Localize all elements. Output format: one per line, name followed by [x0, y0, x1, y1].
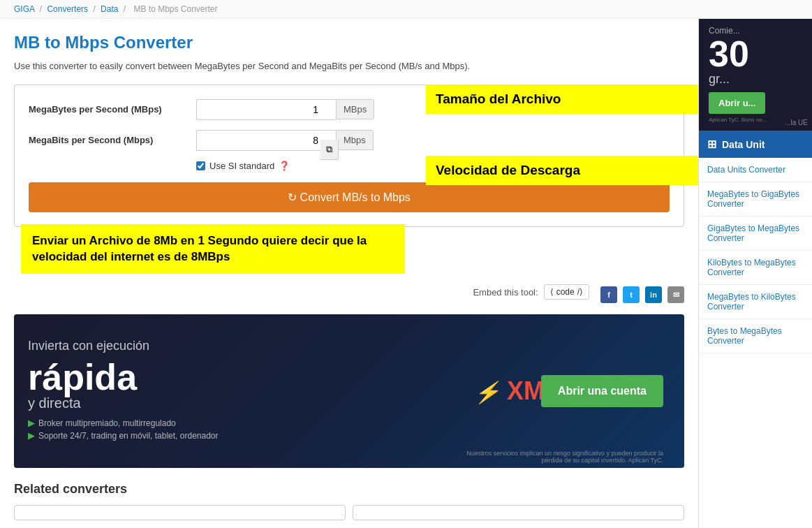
ad-open-button[interactable]: Abrir u... — [709, 92, 765, 114]
field1-unit: MBps — [336, 99, 374, 119]
email-icon[interactable]: ✉ — [667, 286, 684, 303]
sidebar-link-data-units[interactable]: Data Units Converter — [699, 158, 812, 182]
social-icons: f t in ✉ — [600, 286, 684, 303]
field2-input-group: Mbps — [196, 130, 374, 151]
convert-button[interactable]: ↻ Convert MB/s to Mbps — [29, 182, 670, 212]
embed-label: Embed this tool: — [473, 287, 538, 298]
ad-feature1: Broker multipremiado, multirregulado — [38, 418, 176, 428]
top-right-ad: Comie... 30 gr... Abrir u... Aplican TyC… — [699, 19, 812, 131]
related-section: Related converters — [14, 482, 684, 520]
field2-unit: Mbps — [336, 130, 374, 150]
ad-banner: Invierta con ejecución rápida y directa … — [14, 314, 684, 468]
sidebar-link-gb-to-mb[interactable]: GigaBytes to MegaBytes Converter — [699, 217, 812, 251]
ad-rapid: rápida — [28, 359, 219, 395]
ad-number: 30 — [709, 36, 802, 72]
related-card-2[interactable] — [353, 505, 684, 520]
sidebar-panel-icon: ⊞ — [707, 138, 716, 151]
related-card-1[interactable] — [14, 505, 346, 520]
field2-label: MegaBits per Second (Mbps) — [29, 135, 196, 145]
annotation-tooltip: Enviar un Archivo de 8Mb en 1 Segundo qu… — [21, 224, 405, 274]
sidebar-panel: ⊞ Data Unit — [699, 131, 812, 158]
ad-gr: gr... — [709, 72, 802, 87]
breadcrumb-current: MB to Mbps Converter — [133, 4, 217, 14]
field-row-mbits: MegaBits per Second (Mbps) Mbps ⧉ — [29, 130, 670, 151]
ad-tagline: Invierta con ejecución — [28, 339, 219, 353]
sidebar: Comie... 30 gr... Abrir u... Aplican TyC… — [698, 19, 812, 528]
embed-code-button[interactable]: ⟨ code /⟩ — [544, 284, 589, 300]
linkedin-icon[interactable]: in — [645, 286, 662, 303]
breadcrumb-giga[interactable]: GIGA — [14, 4, 34, 14]
ad-feature2: Soporte 24/7, trading en móvil, tablet, … — [38, 431, 219, 441]
si-label: Use SI standard — [209, 161, 274, 171]
ad-cta-button[interactable]: Abrir una cuenta — [541, 375, 663, 407]
breadcrumb-converters[interactable]: Converters — [47, 4, 88, 14]
page-title: MB to Mbps Converter — [14, 33, 684, 52]
breadcrumb: GIGA / Converters / Data / MB to Mbps Co… — [0, 0, 812, 19]
ad-directa: y directa — [28, 395, 219, 411]
sidebar-panel-title: Data Unit — [722, 139, 765, 150]
twitter-icon[interactable]: t — [623, 286, 640, 303]
code-icon: ⟨ — [550, 287, 554, 297]
field1-label: MegaBytes per Second (MBps) — [29, 104, 196, 115]
help-icon[interactable]: ❓ — [279, 161, 290, 171]
sidebar-link-mb-to-gb[interactable]: MegaBytes to GigaBytes Converter — [699, 182, 812, 217]
converter-box: MegaBytes per Second (MBps) MBps MegaBit… — [14, 85, 684, 227]
field1-input-group: MBps — [196, 99, 374, 120]
ad-logo: ⚡ XM — [474, 376, 545, 406]
related-cards — [14, 505, 684, 520]
copy-button[interactable]: ⧉ — [320, 140, 339, 160]
breadcrumb-data[interactable]: Data — [101, 4, 118, 14]
sidebar-link-bytes-to-mb[interactable]: Bytes to MegaBytes Converter — [699, 319, 812, 353]
si-row: Use SI standard ❓ — [196, 161, 670, 171]
si-checkbox[interactable] — [196, 161, 205, 170]
field2-input[interactable] — [196, 130, 336, 151]
sidebar-link-mb-to-kb[interactable]: MegaBytes to KiloBytes Converter — [699, 285, 812, 319]
field1-input[interactable] — [196, 99, 336, 120]
field-row-mbps: MegaBytes per Second (MBps) MBps — [29, 99, 670, 120]
related-title: Related converters — [14, 482, 684, 497]
ad-disclaimer: Nuestros servicios implican un riesgo si… — [454, 450, 663, 464]
page-description: Use this converter to easily convert bet… — [14, 59, 684, 73]
ad-eu-text: ...la UE — [785, 119, 808, 126]
sidebar-link-kb-to-mb[interactable]: KiloBytes to MegaBytes Converter — [699, 251, 812, 285]
facebook-icon[interactable]: f — [600, 286, 617, 303]
